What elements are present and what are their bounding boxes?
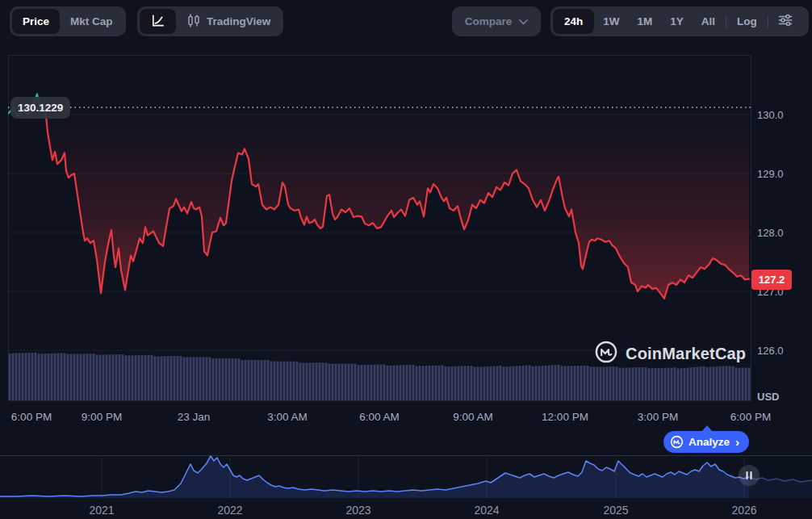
range-selector: 24h1W1M1YAll Log xyxy=(550,6,809,36)
analyze-logo-icon xyxy=(670,435,684,449)
timeline-year-label: 2025 xyxy=(603,504,628,517)
timeline-area xyxy=(0,456,812,498)
pause-handle-icon xyxy=(746,471,747,479)
timeline-year-label: 2026 xyxy=(731,504,756,517)
chart-settings-button[interactable] xyxy=(770,9,801,34)
mktcap-tab[interactable]: Mkt Cap xyxy=(60,9,123,34)
x-axis-label: 6:00 PM xyxy=(730,411,771,423)
chevron-down-icon xyxy=(519,15,528,27)
timeline-brush-svg[interactable] xyxy=(0,455,812,500)
tradingview-label: TradingView xyxy=(207,15,270,27)
candles-icon xyxy=(186,13,201,31)
timeline-year-label: 2023 xyxy=(345,504,370,517)
x-axis-label: 3:00 AM xyxy=(267,411,308,423)
cmc-logo-icon xyxy=(594,340,618,368)
price-mktcap-toggle: Price Mkt Cap xyxy=(10,6,126,36)
analyze-button[interactable]: Analyze › xyxy=(663,431,749,453)
current-price-badge: 127.2 xyxy=(751,270,792,290)
y-axis-label: 128.0 xyxy=(757,227,784,239)
tradingview-style-button[interactable]: TradingView xyxy=(176,9,281,34)
y-axis-unit-label: USD xyxy=(757,391,779,403)
y-axis-label: 129.0 xyxy=(757,168,784,180)
timeline-year-label: 2024 xyxy=(474,504,499,517)
analyze-label: Analyze xyxy=(689,436,730,448)
range-all[interactable]: All xyxy=(693,9,724,34)
range-buttons: 24h1W1M1YAll xyxy=(553,9,724,34)
x-axis-label: 6:00 AM xyxy=(359,411,400,423)
analyze-chevron-icon: › xyxy=(735,435,739,449)
sliders-icon xyxy=(777,13,793,30)
x-axis-label: 6:00 PM xyxy=(11,411,52,423)
timeline-year-label: 2021 xyxy=(89,504,114,517)
x-axis-label: 23 Jan xyxy=(178,411,211,423)
x-axis-label: 12:00 PM xyxy=(542,411,588,423)
range-1y[interactable]: 1Y xyxy=(661,9,693,34)
watermark-label: CoinMarketCap xyxy=(626,345,746,363)
line-chart-style-button[interactable] xyxy=(140,9,176,34)
range-1m[interactable]: 1M xyxy=(629,9,662,34)
x-axis-label: 9:00 AM xyxy=(453,411,493,423)
cmc-price-chart-widget: Price Mkt Cap TradingView Compare 2 xyxy=(0,0,812,519)
y-axis-label: 126.0 xyxy=(757,345,784,357)
compare-label: Compare xyxy=(465,15,513,27)
brush-handle[interactable] xyxy=(739,465,760,486)
range-24h[interactable]: 24h xyxy=(553,9,594,34)
drawdown-area xyxy=(8,94,749,299)
price-tab[interactable]: Price xyxy=(12,9,60,34)
range-1w[interactable]: 1W xyxy=(594,9,628,34)
chart-style-toggle: TradingView xyxy=(137,6,283,36)
analyze-tooltip-caret xyxy=(701,425,713,432)
high-price-label: 130.1229 xyxy=(10,97,70,119)
timeline-year-label: 2022 xyxy=(217,504,242,517)
coinmarketcap-watermark: CoinMarketCap xyxy=(594,340,746,368)
y-axis-label: 130.0 xyxy=(757,109,784,121)
divider xyxy=(726,15,726,28)
log-scale-toggle[interactable]: Log xyxy=(728,9,766,34)
divider xyxy=(768,15,768,28)
x-axis-label: 9:00 PM xyxy=(82,411,122,423)
line-chart-icon xyxy=(150,13,165,31)
compare-button[interactable]: Compare xyxy=(452,6,541,36)
x-axis-label: 3:00 PM xyxy=(638,411,678,423)
